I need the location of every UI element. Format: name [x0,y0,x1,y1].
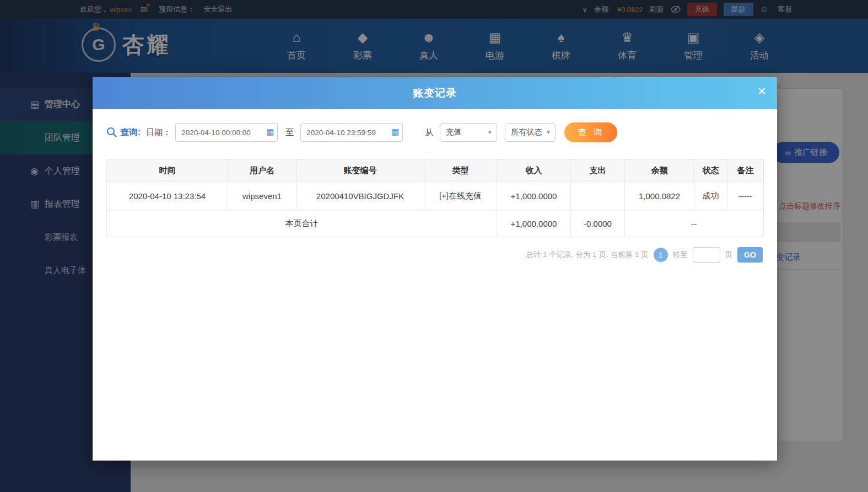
status-select[interactable]: 所有状态 ▼ [505,123,556,142]
close-icon[interactable]: × [758,84,766,98]
cell-username: wipseven1 [228,182,296,210]
goto-page-input[interactable] [693,247,720,263]
summary-expense: -0.0000 [571,210,625,237]
page-unit-label: 页 [725,250,733,260]
modal-title: 账变记录 [413,86,457,100]
goto-label: 转至 [673,250,688,260]
summary-row: 本页合计 +1,000.0000 -0.0000 -- [107,210,764,237]
table-row: 2020-04-10 13:23:54 wipseven1 20200410VB… [107,182,764,210]
cell-status: 成功 [694,182,727,210]
col-txn-id: 账变编号 [296,159,424,182]
col-type: 类型 [424,159,497,182]
page: 欢迎您， wipsev ✉ 预留信息： 安全退出 ∨ 余额: ¥0.0822 刷… [0,0,868,492]
cell-txn-id: 20200410VBIGJGDJFK [296,182,424,210]
cell-type: [+]在线充值 [424,182,497,210]
query-button[interactable]: 查 询 [564,122,617,142]
col-income: 收入 [497,159,571,182]
pagination: 总计 1 个记录, 分为 1 页, 当前第 1 页 1 转至 页 GO [526,247,763,263]
calendar-icon[interactable]: ▦ [266,127,274,137]
date-label: 日期： [146,127,171,138]
records-table: 时间 用户名 账变编号 类型 收入 支出 余额 状态 备注 2020-04-10… [106,159,764,237]
account-change-modal: 账变记录 × 查询: 日期： ▦ 至 ▦ 从 充值 ▼ [93,77,777,461]
cell-expense [571,182,625,210]
cell-income: +1,000.0000 [497,182,571,210]
summary-label: 本页合计 [107,210,497,237]
go-button[interactable]: GO [737,247,763,263]
to-label: 至 [285,127,294,138]
col-balance: 余额 [625,159,694,182]
col-status: 状态 [694,159,727,182]
cell-note: ----- [727,182,764,210]
modal-header: 账变记录 × [93,77,777,109]
col-username: 用户名 [228,159,296,182]
type-select[interactable]: 充值 ▼ [440,123,497,142]
chevron-down-icon: ▼ [487,130,492,135]
date-to-input[interactable] [300,123,403,142]
summary-rest: -- [625,210,764,237]
search-icon [106,127,117,138]
query-label: 查询: [120,127,141,138]
summary-income: +1,000.0000 [497,210,571,237]
cell-balance: 1,000.0822 [625,182,694,210]
calendar-icon[interactable]: ▦ [391,127,399,137]
date-from-input[interactable] [175,123,278,142]
from-label: 从 [425,127,433,138]
col-note: 备注 [727,159,764,182]
chevron-down-icon: ▼ [546,130,551,135]
pagination-info: 总计 1 个记录, 分为 1 页, 当前第 1 页 [526,250,648,260]
col-expense: 支出 [571,159,625,182]
page-number-button[interactable]: 1 [654,248,668,262]
search-row: 查询: 日期： ▦ 至 ▦ 从 充值 ▼ 所有状态 ▼ 查 询 [106,122,617,142]
cell-time: 2020-04-10 13:23:54 [107,182,228,210]
col-time: 时间 [107,159,228,182]
table-header-row: 时间 用户名 账变编号 类型 收入 支出 余额 状态 备注 [107,159,764,182]
